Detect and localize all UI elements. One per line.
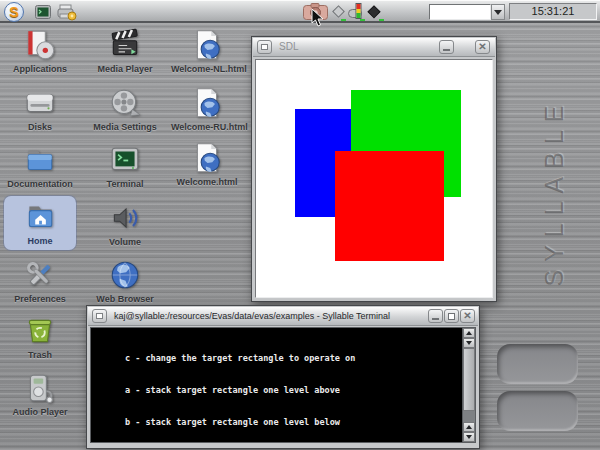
minimize-button[interactable] — [439, 40, 454, 54]
desktop-icon-terminal[interactable]: Terminal — [89, 143, 161, 189]
syllable-menu-button[interactable]: S — [4, 2, 24, 22]
desktop-icon-welcome-nl[interactable]: Welcome-NL.html — [171, 28, 243, 74]
taskbar-combo-input[interactable] — [429, 4, 491, 20]
close-icon: ✕ — [463, 311, 471, 321]
terminal-body: c - change the target rectangle to opera… — [90, 327, 476, 443]
desktop-icon-media-settings[interactable]: Media Settings — [89, 86, 161, 132]
depth-icon — [261, 44, 268, 50]
close-button[interactable]: ✕ — [460, 309, 475, 323]
disks-icon — [23, 86, 57, 120]
maximize-icon — [448, 313, 455, 320]
desktop-icon-welcome-ru[interactable]: Welcome-RU.html — [171, 86, 243, 132]
scroll-down-button[interactable] — [463, 432, 475, 442]
documentation-icon — [23, 143, 57, 177]
volume-icon — [108, 201, 142, 235]
terminal-titlebar[interactable]: kaj@syllable:/resources/Evas/data/evas/e… — [88, 307, 478, 326]
terminal-window: kaj@syllable:/resources/Evas/data/evas/e… — [86, 305, 480, 449]
depth-button[interactable] — [257, 40, 272, 54]
desktop: SYLLABLE S — [0, 0, 600, 450]
audio-player-icon — [23, 371, 57, 405]
wallpaper-logo-bar — [497, 344, 578, 384]
desktop-icon-audio-player[interactable]: Audio Player — [4, 371, 76, 417]
depth-icon — [96, 313, 103, 319]
arrow-down-icon — [466, 435, 472, 439]
arrow-up-icon — [466, 425, 472, 429]
arrow-down-icon — [466, 341, 472, 345]
evas-canvas — [255, 59, 493, 298]
html-document-globe-icon — [190, 28, 224, 62]
desktop-icon-web-browser[interactable]: Web Browser — [89, 258, 161, 304]
scrollbar-trough[interactable] — [463, 411, 475, 422]
desktop-icon-volume[interactable]: Volume — [89, 201, 161, 247]
web-browser-icon — [108, 258, 142, 292]
minimize-icon — [443, 49, 450, 51]
preferences-icon — [23, 258, 57, 292]
taskbar: S — [0, 0, 600, 23]
diamond-dark-tray-icon[interactable] — [366, 4, 382, 19]
close-icon: ✕ — [478, 42, 486, 52]
diamond-light-tray-icon[interactable] — [331, 4, 346, 19]
sdl-titlebar[interactable]: SDL ✕ — [253, 38, 495, 57]
close-button[interactable]: ✕ — [475, 40, 490, 54]
applications-icon — [23, 28, 57, 62]
media-settings-icon — [108, 86, 142, 120]
depth-button[interactable] — [92, 309, 107, 323]
scroll-up-button[interactable] — [463, 422, 475, 432]
desktop-icon-welcome[interactable]: Welcome.html — [171, 141, 243, 187]
tray-status-dash — [360, 19, 365, 21]
terminal-line: a - stack target rectangle one level abo… — [125, 385, 462, 396]
chevron-down-icon — [494, 10, 502, 15]
levels-tray-icon[interactable] — [348, 3, 365, 20]
tray-status-dash — [341, 19, 346, 21]
desktop-icon-media-player[interactable]: Media Player — [89, 28, 161, 74]
desktop-icon-preferences[interactable]: Preferences — [4, 258, 76, 304]
media-player-icon — [108, 28, 142, 62]
terminal-line: c - change the target rectangle to opera… — [125, 353, 462, 364]
printer-tray-icon[interactable] — [57, 4, 77, 21]
terminal-window-title: kaj@syllable:/resources/Evas/data/evas/e… — [114, 311, 390, 321]
wallpaper-logo-bar — [497, 391, 578, 431]
desktop-icon-home[interactable]: Home — [4, 196, 76, 250]
scroll-down-button[interactable] — [463, 338, 475, 348]
desktop-icon-disks[interactable]: Disks — [4, 86, 76, 132]
trash-icon — [23, 314, 57, 348]
html-document-globe-icon — [190, 86, 224, 120]
home-folder-icon — [23, 200, 57, 234]
sdl-window-title: SDL — [279, 41, 298, 52]
red-rectangle — [335, 151, 444, 261]
terminal-scrollbar[interactable] — [462, 328, 475, 442]
sdl-window: SDL ✕ — [251, 36, 497, 302]
maximize-button[interactable] — [444, 309, 459, 323]
minimize-icon — [432, 318, 439, 320]
combo-dropdown-button[interactable] — [491, 4, 505, 20]
desktop-icon-trash[interactable]: Trash — [4, 314, 76, 360]
scroll-up-button[interactable] — [463, 328, 475, 338]
camera-tray-icon[interactable] — [303, 3, 328, 20]
tray-status-dash — [379, 19, 384, 21]
html-document-globe-icon — [190, 141, 224, 175]
terminal-line: b - stack target rectangle one level bel… — [125, 417, 462, 428]
desktop-icon-applications[interactable]: Applications — [4, 28, 76, 74]
taskbar-clock: 15:31:21 — [509, 3, 597, 20]
terminal-icon — [108, 143, 142, 177]
desktop-icon-documentation[interactable]: Documentation — [4, 143, 76, 189]
scrollbar-thumb[interactable] — [463, 348, 475, 411]
arrow-up-icon — [466, 331, 472, 335]
taskbar-combobox — [429, 4, 505, 20]
wallpaper-syllable-text: SYLLABLE — [540, 92, 580, 292]
terminal-tray-icon[interactable] — [35, 5, 51, 20]
minimize-button[interactable] — [428, 309, 443, 323]
terminal-output[interactable]: c - change the target rectangle to opera… — [91, 328, 462, 442]
